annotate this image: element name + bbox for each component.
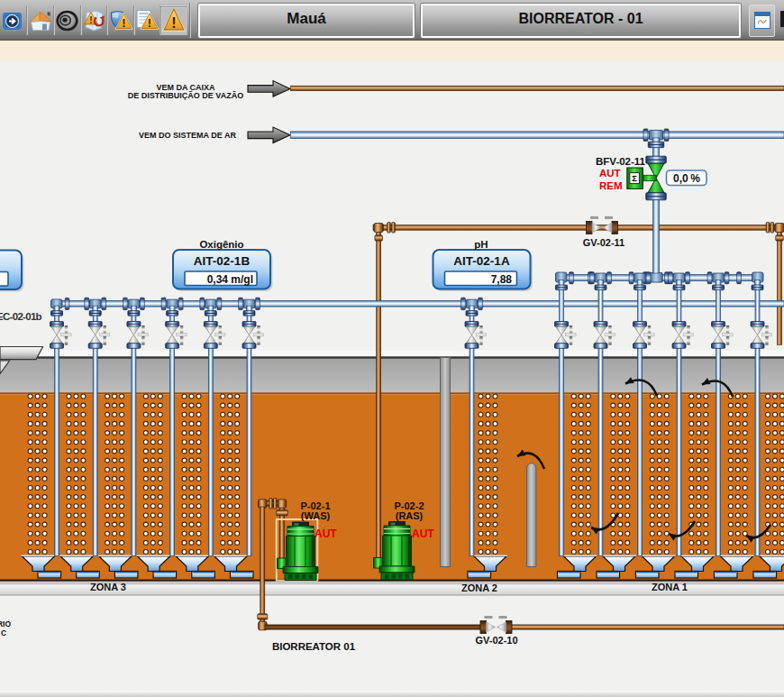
svg-text:AIT-02-1A: AIT-02-1A — [453, 254, 510, 268]
svg-text:AIT-02-1B: AIT-02-1B — [194, 254, 251, 268]
svg-text:!: ! — [122, 16, 125, 30]
svg-text:!: ! — [171, 15, 176, 31]
svg-text:!: ! — [148, 16, 151, 30]
svg-text:!: ! — [89, 15, 92, 25]
